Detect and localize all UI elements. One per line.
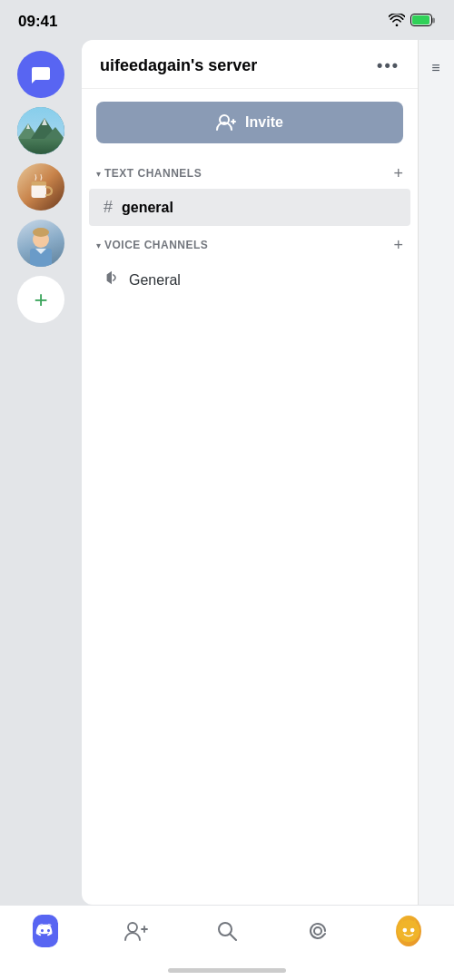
status-icons (389, 14, 436, 31)
tab-mentions[interactable] (272, 915, 363, 947)
channel-general-text-label: general (122, 200, 173, 216)
voice-channels-header[interactable]: ▾ VOICE CHANNELS + (82, 230, 418, 259)
hamburger-icon[interactable]: ≡ (431, 58, 440, 78)
svg-line-25 (322, 934, 325, 936)
svg-rect-11 (32, 181, 47, 186)
server-avatar-coffee[interactable] (17, 163, 64, 211)
more-options-button[interactable]: ••• (377, 56, 400, 75)
plus-icon: + (34, 288, 47, 311)
category-title-row: ▾ TEXT CHANNELS (96, 167, 202, 180)
text-channels-header[interactable]: ▾ TEXT CHANNELS + (82, 158, 418, 187)
svg-point-14 (33, 228, 49, 237)
svg-point-19 (128, 923, 137, 932)
svg-point-27 (402, 928, 407, 933)
add-server-button[interactable]: + (17, 276, 64, 323)
status-bar: 09:41 (0, 0, 454, 40)
svg-line-23 (231, 935, 237, 941)
battery-icon (410, 14, 436, 31)
speaker-icon (104, 270, 120, 290)
sidebar-home-button[interactable] (17, 51, 64, 98)
svg-point-26 (398, 920, 419, 942)
svg-point-24 (314, 927, 321, 935)
tab-home[interactable] (0, 915, 91, 947)
left-sidebar: + (0, 40, 82, 905)
invite-section: Invite (82, 89, 418, 152)
add-text-channel-button[interactable]: + (393, 165, 403, 181)
channel-general-text[interactable]: # general (89, 189, 410, 226)
channels-content: ▾ TEXT CHANNELS + # general ▾ VOICE CHAN… (82, 152, 418, 905)
tab-profile[interactable] (363, 915, 454, 947)
svg-rect-2 (432, 17, 435, 23)
tab-friends[interactable] (91, 915, 182, 947)
svg-rect-1 (412, 15, 429, 24)
server-header: uifeedagain's server ••• (82, 40, 418, 89)
invite-label: Invite (245, 114, 283, 131)
add-voice-channel-button[interactable]: + (393, 237, 403, 253)
server-avatar-landscape[interactable] (17, 107, 64, 154)
tab-search[interactable] (182, 915, 272, 947)
svg-marker-18 (107, 271, 112, 284)
channel-general-voice[interactable]: General (89, 260, 410, 299)
svg-rect-7 (17, 139, 64, 154)
invite-button[interactable]: Invite (96, 102, 403, 143)
voice-chevron-down-icon: ▾ (96, 240, 101, 250)
tab-profile-icon (396, 918, 421, 944)
home-indicator (168, 968, 286, 973)
text-channels-category: ▾ TEXT CHANNELS + # general (82, 158, 418, 226)
app-container: + uifeedagain's server ••• Invite (0, 40, 454, 905)
tab-friends-icon (123, 918, 149, 944)
voice-channels-category: ▾ VOICE CHANNELS + General (82, 230, 418, 299)
svg-point-28 (410, 928, 415, 933)
tab-home-icon (33, 918, 58, 944)
tab-mentions-icon (305, 918, 331, 944)
channel-general-voice-label: General (129, 272, 181, 289)
invite-icon (216, 114, 236, 131)
text-channels-label: TEXT CHANNELS (104, 167, 202, 180)
voice-category-title-row: ▾ VOICE CHANNELS (96, 239, 208, 251)
wifi-icon (389, 14, 405, 30)
svg-rect-10 (32, 184, 47, 198)
right-panel-edge: ≡ (418, 40, 454, 905)
server-avatar-person[interactable] (17, 220, 64, 267)
server-name: uifeedagain's server (100, 56, 257, 75)
chevron-down-icon: ▾ (96, 169, 101, 179)
server-panel: uifeedagain's server ••• Invite (82, 40, 418, 905)
hash-icon: # (104, 198, 113, 217)
voice-channels-label: VOICE CHANNELS (104, 239, 208, 251)
tab-search-icon (214, 918, 240, 944)
status-time: 09:41 (18, 13, 57, 31)
